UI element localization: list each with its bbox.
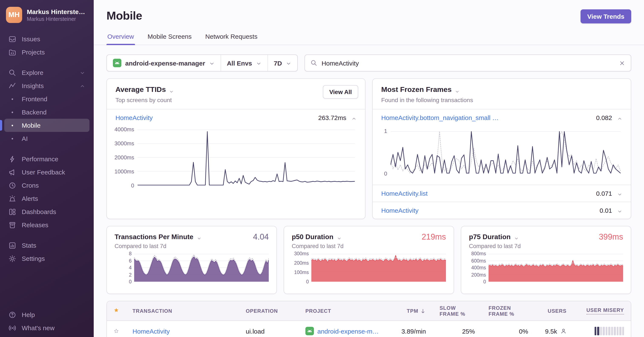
- avatar: MH: [6, 7, 22, 23]
- gear-icon: [8, 255, 16, 262]
- transaction-link[interactable]: HomeActivity.bottom_navigation_small …: [381, 114, 596, 121]
- project-select[interactable]: android-expense-manager: [107, 55, 220, 71]
- column-slow-frame[interactable]: SLOW FRAME %: [433, 305, 482, 317]
- chevron-down-icon: [337, 235, 342, 239]
- users-cell: 9.5k: [535, 328, 573, 335]
- android-icon: [306, 327, 314, 335]
- transaction-link[interactable]: HomeActivity: [116, 114, 318, 121]
- card-title[interactable]: Most Frozen Frames: [381, 85, 622, 94]
- megaphone-icon: [8, 168, 16, 176]
- y-axis: 300ms200ms100ms0: [292, 254, 311, 282]
- sidebar-item[interactable]: AI: [4, 132, 90, 145]
- view-trends-button[interactable]: View Trends: [580, 9, 631, 23]
- environment-select[interactable]: All Envs: [220, 55, 267, 71]
- card-header: Average TTIDs Top screens by count View …: [107, 79, 365, 109]
- y-axis: 86420: [114, 254, 134, 282]
- star-outline-icon[interactable]: [114, 328, 119, 335]
- help-icon: [8, 311, 16, 319]
- column-user-misery[interactable]: USER MISERY: [573, 307, 631, 315]
- person-icon: [560, 328, 566, 334]
- transaction-link[interactable]: HomeActivity: [381, 207, 600, 214]
- overview-cards: Average TTIDs Top screens by count View …: [106, 78, 631, 219]
- page-title: Mobile: [106, 9, 631, 22]
- sidebar: MH Markus Hintersteiner Markus Hinterste…: [0, 0, 94, 337]
- issues-icon: [8, 35, 16, 43]
- transaction-link[interactable]: HomeActivity.list: [381, 190, 596, 197]
- clock-icon: [8, 181, 16, 189]
- sidebar-footer-item[interactable]: What's new: [4, 321, 90, 335]
- ttid-value: 263.72ms: [318, 114, 346, 121]
- sidebar-item[interactable]: Mobile: [4, 119, 90, 132]
- chart-plot: [134, 254, 269, 282]
- tab[interactable]: Overview: [106, 33, 135, 45]
- average-ttids-card: Average TTIDs Top screens by count View …: [106, 78, 366, 219]
- sidebar-item[interactable]: Stats: [4, 239, 90, 252]
- releases-icon: [8, 221, 16, 229]
- card-title[interactable]: Average TTIDs: [116, 85, 356, 94]
- frozen-value: 0.071: [596, 190, 612, 197]
- user-misery-bars: [594, 327, 624, 335]
- sidebar-item[interactable]: Projects: [4, 45, 90, 59]
- chevron-up-icon[interactable]: [617, 115, 622, 120]
- chevron-down-icon[interactable]: [617, 191, 622, 196]
- star-column-header[interactable]: [107, 308, 126, 314]
- sidebar-item[interactable]: Explore: [4, 66, 90, 79]
- sidebar-item[interactable]: Crons: [4, 179, 90, 192]
- sidebar-item[interactable]: Backend: [4, 105, 90, 119]
- card-title[interactable]: Transactions Per Minute: [114, 233, 193, 241]
- table-header: TRANSACTION OPERATION PROJECT TPM SLOW F…: [107, 301, 631, 321]
- column-project[interactable]: PROJECT: [298, 308, 386, 314]
- chevron-down-icon: [286, 60, 291, 66]
- sidebar-item[interactable]: Alerts: [4, 192, 90, 205]
- sidebar-item[interactable]: Dashboards: [4, 205, 90, 218]
- star-cell: [107, 328, 126, 335]
- column-frozen-frame[interactable]: FROZEN FRAME %: [482, 305, 535, 317]
- chevron-down-icon: [209, 60, 214, 66]
- card-subtitle: Compared to last 7d: [114, 243, 269, 249]
- sidebar-item[interactable]: Frontend: [4, 92, 90, 105]
- org-switcher[interactable]: MH Markus Hintersteiner Markus Hinterste…: [0, 0, 94, 28]
- android-icon: [113, 59, 122, 67]
- stats-icon: [8, 242, 16, 249]
- tab[interactable]: Network Requests: [204, 33, 258, 45]
- sidebar-item[interactable]: Issues: [4, 32, 90, 45]
- card-header: p50 Duration 219ms: [292, 232, 446, 242]
- frozen-frame-cell: 0%: [482, 328, 535, 335]
- dot-icon: [8, 108, 16, 116]
- frozen-rows: HomeActivity.list 0.071 HomeActivity 0.0…: [373, 185, 631, 219]
- chevron-up-icon: [80, 83, 85, 88]
- projects-icon: [8, 48, 16, 56]
- search-input[interactable]: [322, 59, 614, 67]
- dot-icon: [8, 95, 16, 103]
- dot-icon: [8, 135, 16, 142]
- column-transaction[interactable]: TRANSACTION: [126, 308, 239, 314]
- card-subtitle: Compared to last 7d: [292, 243, 446, 249]
- sidebar-item[interactable]: Insights: [4, 79, 90, 92]
- view-all-button[interactable]: View All: [323, 85, 358, 99]
- dot-icon: [8, 121, 16, 129]
- chevron-up-icon[interactable]: [352, 115, 356, 120]
- sidebar-item[interactable]: Releases: [4, 218, 90, 232]
- date-range-select[interactable]: 7D: [268, 55, 297, 71]
- card-title[interactable]: p50 Duration: [292, 233, 334, 241]
- chevron-down-icon: [197, 235, 202, 239]
- sidebar-footer-item[interactable]: Help: [4, 308, 90, 321]
- column-operation[interactable]: OPERATION: [239, 308, 298, 314]
- sidebar-item[interactable]: Settings: [4, 252, 90, 265]
- sidebar-item[interactable]: User Feedback: [4, 166, 90, 179]
- tab[interactable]: Mobile Screens: [147, 33, 192, 45]
- column-tpm[interactable]: TPM: [386, 308, 433, 314]
- chart-plot: [311, 254, 446, 282]
- date-range-value: 7D: [274, 59, 282, 67]
- sidebar-item[interactable]: Performance: [4, 152, 90, 166]
- card-title[interactable]: p75 Duration: [469, 233, 511, 241]
- project-link[interactable]: android-expense-manager: [317, 328, 379, 335]
- slow-frame-cell: 25%: [433, 328, 482, 335]
- chevron-down-icon[interactable]: [617, 208, 622, 213]
- frozen-collapsed-row: HomeActivity 0.01: [373, 202, 631, 219]
- card-subtitle: Compared to last 7d: [469, 243, 623, 249]
- column-users[interactable]: USERS: [535, 308, 573, 314]
- transaction-link[interactable]: HomeActivity: [132, 328, 170, 335]
- close-icon[interactable]: [619, 60, 625, 66]
- transactions-table: TRANSACTION OPERATION PROJECT TPM SLOW F…: [106, 301, 631, 337]
